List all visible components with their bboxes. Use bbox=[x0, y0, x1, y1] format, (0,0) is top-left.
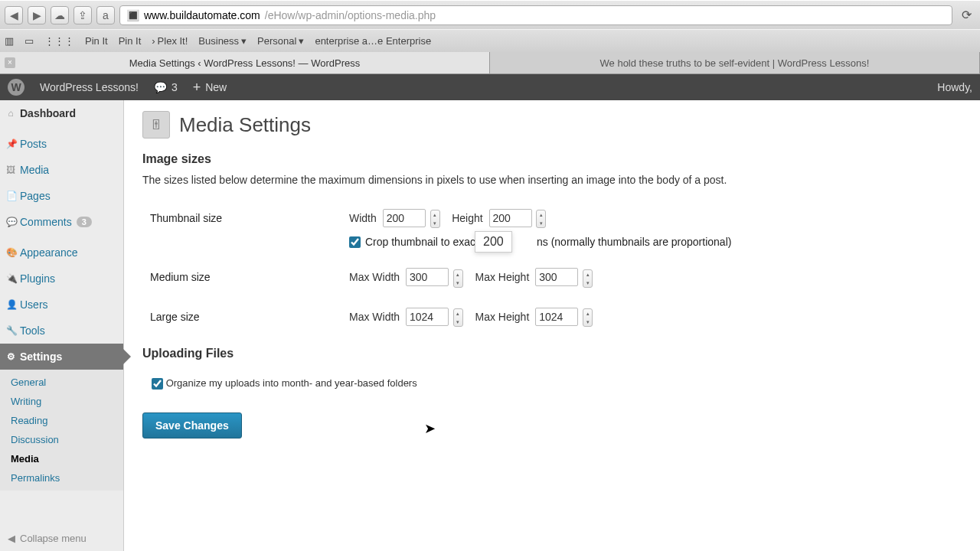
thumb-width-input[interactable] bbox=[383, 209, 426, 227]
browser-tabs: × Media Settings ‹ WordPress Lessons! — … bbox=[0, 52, 980, 73]
sidebar-item-users[interactable]: 👤Users bbox=[0, 292, 123, 318]
comments-link[interactable]: 💬 3 bbox=[154, 81, 178, 93]
url-path: /eHow/wp-admin/options-media.php bbox=[265, 9, 436, 21]
collapse-icon: ◀ bbox=[8, 533, 15, 544]
save-changes-button[interactable]: Save Changes bbox=[142, 412, 242, 439]
organize-checkbox[interactable] bbox=[152, 378, 163, 390]
sidebar-item-posts[interactable]: 📌Posts bbox=[0, 131, 123, 157]
crop-checkbox[interactable] bbox=[349, 236, 361, 248]
sidebar-item-media[interactable]: 🖼Media bbox=[0, 157, 123, 183]
sidebar-item-settings[interactable]: ⚙Settings bbox=[0, 344, 123, 370]
maxwidth-label: Max Width bbox=[349, 271, 400, 283]
thumbnail-size-label: Thumbnail size bbox=[142, 203, 349, 262]
wp-logo-icon[interactable]: W bbox=[8, 79, 24, 96]
large-height-input[interactable] bbox=[535, 308, 578, 326]
large-size-label: Large size bbox=[142, 302, 349, 341]
back-button[interactable]: ◀ bbox=[5, 6, 23, 24]
thumb-height-input[interactable] bbox=[489, 209, 532, 227]
large-width-input[interactable] bbox=[406, 308, 449, 326]
image-sizes-desc: The sizes listed below determine the max… bbox=[142, 174, 962, 186]
amazon-button[interactable]: a bbox=[96, 6, 115, 24]
settings-submenu: General Writing Reading Discussion Media… bbox=[0, 370, 123, 491]
close-icon[interactable]: × bbox=[5, 57, 15, 68]
media-icon: 🖼 bbox=[6, 165, 15, 175]
tab-label: We hold these truths to be self-evident … bbox=[600, 57, 870, 69]
uploading-files-heading: Uploading Files bbox=[142, 347, 962, 360]
sidebar-item-comments[interactable]: 💬Comments 3 bbox=[0, 209, 123, 235]
dashboard-icon: ⌂ bbox=[6, 108, 15, 119]
value-tooltip: 200 bbox=[475, 231, 512, 253]
wp-admin-bar: W WordPress Lessons! 💬 3 + New Howdy, bbox=[0, 74, 980, 100]
organize-label: Organize my uploads into month- and year… bbox=[166, 377, 417, 389]
large-height-stepper[interactable]: ▴▾ bbox=[583, 308, 593, 327]
page-icon: 📄 bbox=[6, 191, 15, 201]
maxwidth-label-2: Max Width bbox=[349, 311, 400, 323]
large-width-stepper[interactable]: ▴▾ bbox=[453, 308, 463, 327]
maxheight-label: Max Height bbox=[475, 271, 529, 283]
height-label: Height bbox=[452, 212, 482, 224]
crop-label-a: Crop thumbnail to exac bbox=[365, 236, 475, 248]
pin-icon: 📌 bbox=[6, 139, 15, 149]
forward-button[interactable]: ▶ bbox=[28, 6, 46, 24]
settings-icon: ⚙ bbox=[6, 351, 15, 362]
tools-icon: 🔧 bbox=[6, 325, 15, 336]
sidebar-item-dashboard[interactable]: ⌂Dashboard bbox=[0, 100, 123, 126]
thumb-width-stepper[interactable]: ▴▾ bbox=[430, 210, 440, 228]
site-icon: 🔳 bbox=[126, 9, 139, 21]
tab-media-settings[interactable]: × Media Settings ‹ WordPress Lessons! — … bbox=[0, 52, 490, 73]
share-button[interactable]: ⇪ bbox=[74, 6, 92, 24]
sidebar-item-appearance[interactable]: 🎨Appearance bbox=[0, 240, 123, 266]
admin-sidebar: ⌂Dashboard 📌Posts 🖼Media 📄Pages 💬Comment… bbox=[0, 100, 124, 551]
bookmark-enterprise[interactable]: enterprise a…e Enterprise bbox=[315, 35, 431, 47]
url-bar[interactable]: 🔳 www.buildautomate.com/eHow/wp-admin/op… bbox=[119, 5, 952, 25]
bookmark-personal[interactable]: Personal ▾ bbox=[257, 35, 304, 47]
sidebar-item-tools[interactable]: 🔧Tools bbox=[0, 318, 123, 344]
sidebar-item-plugins[interactable]: 🔌Plugins bbox=[0, 266, 123, 292]
maxheight-label-2: Max Height bbox=[475, 311, 529, 323]
bookmark-pinit[interactable]: Pin It bbox=[85, 35, 108, 47]
comment-icon: 💬 bbox=[154, 81, 167, 93]
bookmark-pinit2[interactable]: Pin It bbox=[119, 35, 142, 47]
submenu-reading[interactable]: Reading bbox=[0, 411, 123, 430]
submenu-permalinks[interactable]: Permalinks bbox=[0, 468, 123, 487]
howdy-link[interactable]: Howdy, bbox=[937, 81, 972, 93]
cloud-button[interactable]: ☁ bbox=[51, 6, 69, 24]
medium-size-label: Medium size bbox=[142, 262, 349, 301]
thumb-height-stepper[interactable]: ▴▾ bbox=[536, 210, 546, 228]
content-area: 🎚 Media Settings Image sizes The sizes l… bbox=[124, 100, 980, 551]
tab-truths[interactable]: We hold these truths to be self-evident … bbox=[490, 52, 980, 73]
comments-badge: 3 bbox=[77, 217, 92, 227]
comment-icon: 💬 bbox=[6, 217, 15, 227]
reload-button[interactable]: ⟳ bbox=[957, 8, 975, 22]
url-host: www.buildautomate.com bbox=[144, 9, 260, 21]
bookmark-business[interactable]: Business ▾ bbox=[198, 35, 247, 47]
submenu-media[interactable]: Media bbox=[0, 449, 123, 468]
bookmarks-bar: ▥ ▭ ⋮⋮⋮ Pin It Pin It › Plex It! Busines… bbox=[0, 29, 980, 52]
submenu-general[interactable]: General bbox=[0, 373, 123, 392]
sidebar-item-pages[interactable]: 📄Pages bbox=[0, 183, 123, 209]
image-sizes-heading: Image sizes bbox=[142, 152, 962, 166]
medium-width-stepper[interactable]: ▴▾ bbox=[453, 269, 463, 288]
submenu-writing[interactable]: Writing bbox=[0, 392, 123, 411]
submenu-discussion[interactable]: Discussion bbox=[0, 430, 123, 449]
collapse-menu[interactable]: ◀Collapse menu bbox=[0, 525, 123, 551]
plugin-icon: 🔌 bbox=[6, 273, 15, 284]
browser-chrome: ◀ ▶ ☁ ⇪ a 🔳 www.buildautomate.com/eHow/w… bbox=[0, 0, 980, 74]
crop-label-b: ns (normally thumbnails are proportional… bbox=[537, 236, 731, 248]
cursor-icon: ➤ bbox=[424, 420, 436, 437]
medium-height-input[interactable] bbox=[535, 268, 578, 286]
appearance-icon: 🎨 bbox=[6, 247, 15, 258]
sidebar-toggle-icon[interactable]: ▥ bbox=[5, 35, 14, 47]
tab-label: Media Settings ‹ WordPress Lessons! — Wo… bbox=[129, 57, 361, 69]
medium-height-stepper[interactable]: ▴▾ bbox=[583, 269, 593, 288]
users-icon: 👤 bbox=[6, 299, 15, 310]
width-label: Width bbox=[349, 212, 377, 224]
apps-icon[interactable]: ⋮⋮⋮ bbox=[44, 35, 74, 47]
bookmark-plexit[interactable]: › Plex It! bbox=[152, 35, 188, 47]
reader-icon[interactable]: ▭ bbox=[24, 35, 34, 47]
medium-width-input[interactable] bbox=[406, 268, 449, 286]
site-name-link[interactable]: WordPress Lessons! bbox=[40, 81, 139, 93]
new-link[interactable]: + New bbox=[193, 80, 227, 94]
plus-icon: + bbox=[193, 80, 201, 94]
media-settings-icon: 🎚 bbox=[142, 111, 170, 139]
